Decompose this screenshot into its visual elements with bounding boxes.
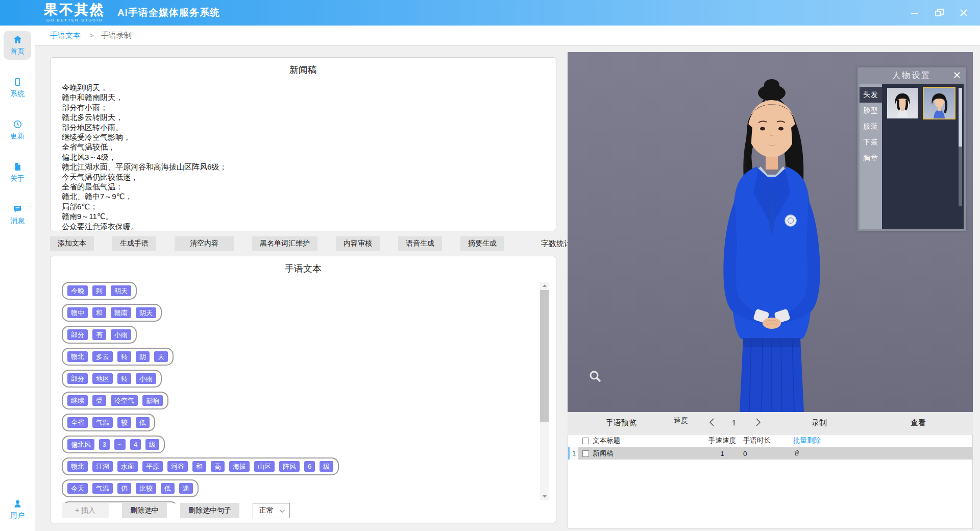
sign-word-chip[interactable]: 多云 xyxy=(92,351,113,362)
sign-word-chip[interactable]: 转 xyxy=(117,351,131,362)
tab-badge[interactable]: 胸章 xyxy=(860,150,882,166)
avatar-3d-viewport[interactable]: 人物设置 头发脸型服装下装胸章 xyxy=(568,52,973,412)
sign-word-chip[interactable]: 高 xyxy=(211,461,225,472)
tab-bottoms[interactable]: 下装 xyxy=(860,134,882,150)
sign-word-chip[interactable]: 偏北风 xyxy=(67,439,94,450)
sign-word-chip[interactable]: 继续 xyxy=(67,395,88,406)
sign-word-chip[interactable]: 6 xyxy=(304,461,315,472)
sign-word-chip[interactable]: 较 xyxy=(117,417,131,428)
speed-decrease-icon[interactable] xyxy=(708,418,715,428)
row-duration: 0 xyxy=(742,450,787,457)
sentence-group: 赣中和赣南阴天 xyxy=(62,304,162,322)
sign-word-chip[interactable]: 影响 xyxy=(142,395,163,406)
sign-word-chip[interactable]: 今晚 xyxy=(67,285,88,296)
sign-word-chip[interactable]: 部分 xyxy=(67,329,88,340)
sign-word-chip[interactable]: 部分 xyxy=(67,373,88,384)
sign-word-chip[interactable]: ~ xyxy=(114,439,126,450)
sign-word-chip[interactable]: 赣北 xyxy=(67,351,88,362)
sidebar-item-about[interactable]: 关于 xyxy=(4,158,31,187)
sign-word-chip[interactable]: 低 xyxy=(136,417,150,428)
sidebar-item-home[interactable]: 首页 xyxy=(4,31,31,60)
sign-word-chip[interactable]: 水面 xyxy=(117,461,138,472)
sign-word-chip[interactable]: 有 xyxy=(92,329,106,340)
restore-icon[interactable] xyxy=(933,7,945,19)
sign-word-chip[interactable]: 江湖 xyxy=(92,461,113,472)
sign-word-chip[interactable]: 山区 xyxy=(254,461,275,472)
sign-word-chip[interactable]: 气温 xyxy=(92,483,113,494)
sign-word-chip[interactable]: 仍 xyxy=(117,483,131,494)
scrollbar-thumb[interactable] xyxy=(540,290,549,422)
hair-thumbnail-1[interactable] xyxy=(887,88,918,118)
sign-word-chip[interactable]: 赣北 xyxy=(67,461,88,472)
sign-word-chip[interactable]: 天 xyxy=(154,351,168,362)
content-review-button[interactable]: 内容审核 xyxy=(336,236,380,251)
sign-word-chip[interactable]: 今天 xyxy=(67,483,88,494)
record-button[interactable]: 录制 xyxy=(812,418,827,428)
view-button[interactable]: 查看 xyxy=(911,418,926,428)
sign-word-chip[interactable]: 级 xyxy=(145,439,159,450)
tab-hair[interactable]: 头发 xyxy=(860,87,882,103)
clear-content-button[interactable]: 清空内容 xyxy=(175,236,234,251)
close-icon[interactable] xyxy=(958,7,970,19)
sign-word-chip[interactable]: 冷空气 xyxy=(111,395,138,406)
voice-generate-button[interactable]: 语音生成 xyxy=(398,236,442,251)
speed-increase-icon[interactable] xyxy=(755,418,762,428)
sign-preview-button[interactable]: 手语预览 xyxy=(606,418,636,428)
sign-word-chip[interactable]: 阴 xyxy=(136,351,150,362)
news-text[interactable]: 今晚到明天，赣中和赣南阴天，部分有小雨；赣北多云转阴天，部分地区转小雨。继续受冷… xyxy=(62,83,556,231)
blacklist-maintain-button[interactable]: 黑名单词汇维护 xyxy=(252,236,317,251)
sign-word-chip[interactable]: 小雨 xyxy=(136,373,156,384)
sidebar-item-user[interactable]: 用户 xyxy=(4,495,31,524)
summary-generate-button[interactable]: 摘要生成 xyxy=(460,236,504,251)
close-icon[interactable] xyxy=(953,71,961,81)
sign-word-chip[interactable]: 比较 xyxy=(136,483,156,494)
tab-face-shape[interactable]: 脸型 xyxy=(860,103,882,118)
sign-word-chip[interactable]: 平原 xyxy=(142,461,163,472)
sign-word-chip[interactable]: 阵风 xyxy=(279,461,300,472)
sign-word-chip[interactable]: 转 xyxy=(117,373,131,384)
sign-word-chip[interactable]: 和 xyxy=(192,461,206,472)
insert-button[interactable]: + 插入 xyxy=(62,503,109,518)
sign-word-chip[interactable]: 低 xyxy=(161,483,175,494)
minimize-icon[interactable] xyxy=(909,7,921,19)
panel-scrollbar-thumb[interactable] xyxy=(959,88,962,147)
sign-word-chip[interactable]: 海拔 xyxy=(229,461,250,472)
sign-word-chip[interactable]: 河谷 xyxy=(167,461,188,472)
breadcrumb-link-sign-text[interactable]: 手语文本 xyxy=(50,31,81,40)
news-line: 继续受冷空气影响， xyxy=(62,132,556,142)
scroll-up-icon[interactable] xyxy=(540,282,549,289)
sidebar-item-update[interactable]: 更新 xyxy=(4,115,31,144)
speed-mode-select[interactable]: 正常 xyxy=(253,503,290,518)
select-all-checkbox[interactable] xyxy=(582,438,589,444)
sign-word-chip[interactable]: 受 xyxy=(92,395,106,406)
row-checkbox[interactable] xyxy=(582,450,589,457)
batch-delete-link[interactable]: 批量删除 xyxy=(787,436,848,445)
sign-word-chip[interactable]: 级 xyxy=(320,461,333,472)
sign-word-chip[interactable]: 地区 xyxy=(92,373,113,384)
trash-icon[interactable] xyxy=(793,449,800,456)
zoom-magnifier-icon[interactable] xyxy=(588,369,602,385)
sign-word-chip[interactable]: 全省 xyxy=(67,417,88,428)
news-line: 全省的最低气温： xyxy=(62,182,556,191)
hair-thumbnail-2[interactable] xyxy=(924,88,954,118)
sidebar-item-system[interactable]: 系统 xyxy=(4,73,31,102)
sidebar-item-message[interactable]: 消息 xyxy=(4,200,31,229)
sign-word-chip[interactable]: 小雨 xyxy=(111,329,131,340)
sign-word-chip[interactable]: 和 xyxy=(92,307,106,318)
sign-word-chip[interactable]: 明天 xyxy=(111,285,131,296)
sign-word-chip[interactable]: 赣南 xyxy=(111,307,131,318)
generate-sign-button[interactable]: 生成手语 xyxy=(112,236,156,251)
add-text-button[interactable]: 添加文本 xyxy=(50,236,94,251)
sign-word-chip[interactable]: 阴天 xyxy=(136,307,156,318)
sign-word-chip[interactable]: 迷 xyxy=(179,483,193,494)
sidebar-item-label: 系统 xyxy=(10,89,24,99)
sign-word-chip[interactable]: 气温 xyxy=(92,417,113,428)
delete-selected-sentence-button[interactable]: 删除选中句子 xyxy=(180,503,239,518)
sign-word-chip[interactable]: 到 xyxy=(92,285,106,296)
delete-selected-button[interactable]: 删除选中 xyxy=(122,503,167,518)
tab-clothing[interactable]: 服装 xyxy=(860,118,882,134)
sign-word-chip[interactable]: 4 xyxy=(130,439,141,450)
sign-word-chip[interactable]: 赣中 xyxy=(67,307,88,318)
sign-word-chip[interactable]: 3 xyxy=(99,439,110,450)
scroll-down-icon[interactable] xyxy=(540,493,549,500)
